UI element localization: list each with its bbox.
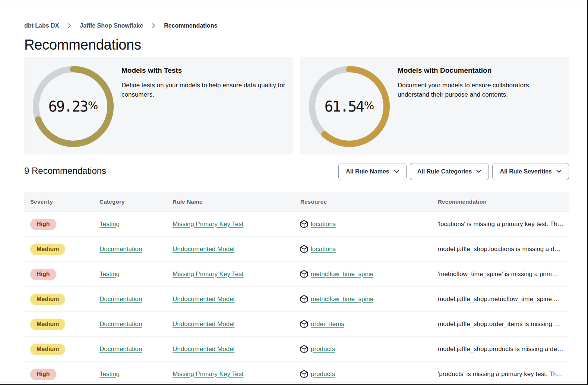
category-cell: Testing <box>94 370 167 378</box>
breadcrumb-environment[interactable]: Jaffle Shop Snowflake <box>80 22 143 29</box>
resource-cell: products <box>294 345 432 354</box>
resource-cell: locations <box>294 220 432 229</box>
table-header-row: SeverityCategoryRule NameResourceRecomme… <box>24 192 569 212</box>
category-cell: Testing <box>94 220 167 228</box>
severity-cell: High <box>24 269 94 280</box>
chevron-down-icon <box>556 170 562 173</box>
rule-name-link[interactable]: Missing Primary Key Test <box>173 370 244 378</box>
filter-dropdown-all-rule-severities[interactable]: All Rule Severities <box>492 163 569 180</box>
severity-cell: High <box>24 369 94 380</box>
donut-chart: 69.23% <box>33 66 114 147</box>
category-link[interactable]: Testing <box>99 220 120 228</box>
severity-badge: High <box>30 269 56 280</box>
model-cube-icon <box>300 245 309 254</box>
table-row: High Testing Missing Primary Key Test lo… <box>24 212 569 237</box>
chevron-down-icon <box>394 170 399 173</box>
rule-name-cell: Missing Primary Key Test <box>167 370 294 378</box>
recommendation-cell: 'products' is missing a primary key test… <box>432 370 569 378</box>
severity-badge: Medium <box>30 244 65 255</box>
column-header-rule-name: Rule Name <box>167 198 294 205</box>
category-cell: Documentation <box>94 295 167 303</box>
breadcrumb-project[interactable]: dbt Labs DX <box>24 22 59 29</box>
resource-cell: metricflow_time_spine <box>294 270 432 279</box>
recommendations-count-heading: 9 Recommendations <box>24 166 106 176</box>
rule-name-link[interactable]: Undocumented Model <box>173 245 234 253</box>
category-link[interactable]: Documentation <box>99 295 142 303</box>
table-row: High Testing Missing Primary Key Test pr… <box>24 362 569 385</box>
recommendation-cell: model.jaffle_shop.locations is missing a… <box>432 245 569 253</box>
model-cube-icon <box>300 370 309 379</box>
summary-cards: 69.23% Models with Tests Define tests on… <box>24 57 569 154</box>
column-header-category: Category <box>94 198 167 205</box>
resource-cell: products <box>294 370 432 379</box>
rule-name-link[interactable]: Missing Primary Key Test <box>173 220 244 228</box>
recommendation-text: model.jaffle_shop.locations is missing a… <box>438 245 560 253</box>
severity-cell: Medium <box>24 244 94 255</box>
column-header-resource: Resource <box>294 198 432 205</box>
model-cube-icon <box>300 220 309 229</box>
resource-cell: locations <box>294 245 432 254</box>
recommendation-text: 'locations' is missing a primary key tes… <box>438 220 564 228</box>
breadcrumb-chevron-icon <box>67 23 71 29</box>
rule-name-cell: Undocumented Model <box>167 245 294 253</box>
breadcrumb: dbt Labs DX Jaffle Shop Snowflake Recomm… <box>24 22 569 29</box>
card-title: Models with Tests <box>121 66 286 75</box>
rule-name-cell: Undocumented Model <box>167 345 294 353</box>
recommendation-cell: 'locations' is missing a primary key tes… <box>432 220 569 228</box>
column-header-recommendation: Recommendation <box>432 198 569 205</box>
category-link[interactable]: Testing <box>99 270 120 278</box>
category-cell: Testing <box>94 270 167 278</box>
recommendation-cell: 'metricflow_time_spine' is missing a pri… <box>432 270 569 278</box>
recommendation-text: model.jaffle_shop.products is missing a … <box>438 345 563 353</box>
model-cube-icon <box>300 270 309 279</box>
table-row: High Testing Missing Primary Key Test me… <box>24 262 569 287</box>
category-link[interactable]: Testing <box>99 370 120 378</box>
resource-link[interactable]: locations <box>311 220 336 228</box>
rule-name-cell: Missing Primary Key Test <box>167 220 294 228</box>
card-title: Models with Documentation <box>398 66 562 75</box>
resource-cell: metricflow_time_spine <box>294 295 432 304</box>
severity-badge: High <box>30 219 56 230</box>
window-top-edge <box>0 0 588 0</box>
rule-name-link[interactable]: Undocumented Model <box>173 295 234 303</box>
table-row: Medium Documentation Undocumented Model … <box>24 312 569 337</box>
severity-cell: Medium <box>24 344 94 355</box>
recommendation-text: 'metricflow_time_spine' is missing a pri… <box>438 270 558 278</box>
donut-percentage: 69.23% <box>33 66 114 147</box>
resource-link[interactable]: metricflow_time_spine <box>311 270 373 278</box>
resource-link[interactable]: order_items <box>311 320 344 328</box>
table-row: Medium Documentation Undocumented Model … <box>24 287 569 312</box>
rule-name-link[interactable]: Undocumented Model <box>173 345 234 353</box>
resource-link[interactable]: locations <box>311 245 336 253</box>
filter-dropdown-all-rule-categories[interactable]: All Rule Categories <box>410 163 489 180</box>
severity-badge: Medium <box>30 294 65 305</box>
recommendation-text: model.jaffle_shop.order_items is missing… <box>438 320 560 328</box>
resource-link[interactable]: metricflow_time_spine <box>311 295 373 303</box>
category-link[interactable]: Documentation <box>99 320 142 328</box>
filter-dropdown-all-rule-names[interactable]: All Rule Names <box>338 163 406 180</box>
rule-name-link[interactable]: Undocumented Model <box>173 320 234 328</box>
donut-percentage: 61.54% <box>309 66 390 147</box>
table-row: Medium Documentation Undocumented Model … <box>24 337 569 362</box>
card-description: Define tests on your models to help ensu… <box>121 81 286 99</box>
recommendation-cell: model.jaffle_shop.metricflow_time_spine … <box>432 295 569 303</box>
column-header-severity: Severity <box>24 198 94 205</box>
rule-name-link[interactable]: Missing Primary Key Test <box>173 270 244 278</box>
category-link[interactable]: Documentation <box>99 245 142 253</box>
summary-card: 61.54% Models with Documentation Documen… <box>300 57 569 154</box>
model-cube-icon <box>300 320 309 329</box>
resource-link[interactable]: products <box>311 345 335 353</box>
severity-cell: Medium <box>24 294 94 305</box>
category-link[interactable]: Documentation <box>99 345 142 353</box>
recommendation-cell: model.jaffle_shop.products is missing a … <box>432 345 569 353</box>
model-cube-icon <box>300 345 309 354</box>
sidebar-edge-line <box>5 0 5 385</box>
severity-cell: High <box>24 219 94 230</box>
recommendation-text: 'products' is missing a primary key test… <box>438 370 563 378</box>
severity-badge: Medium <box>30 319 65 330</box>
resource-link[interactable]: products <box>311 370 335 378</box>
table-body: High Testing Missing Primary Key Test lo… <box>24 212 569 385</box>
recommendation-cell: model.jaffle_shop.order_items is missing… <box>432 320 569 328</box>
list-header: 9 Recommendations All Rule Names All Rul… <box>24 162 569 179</box>
chevron-down-icon <box>476 170 481 173</box>
